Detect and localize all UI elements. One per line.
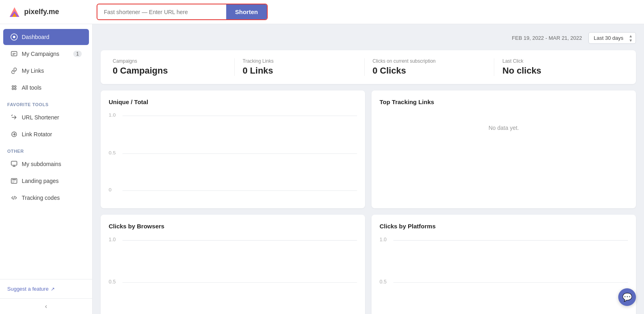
sidebar: Dashboard My Campaigns 1 My Links Al — [0, 24, 93, 314]
main-layout: Dashboard My Campaigns 1 My Links Al — [0, 24, 644, 314]
stat-links-value: 0 Links — [243, 66, 356, 76]
stat-last-click-label: Last Click — [502, 58, 616, 64]
sidebar-item-url-shortener[interactable]: URL Shortener — [3, 109, 89, 125]
svg-text:1.0: 1.0 — [109, 113, 116, 118]
svg-rect-17 — [12, 182, 14, 183]
top-links-chart-title: Top Tracking Links — [380, 99, 628, 105]
sidebar-item-dashboard[interactable]: Dashboard — [3, 29, 89, 45]
logo-text: pixelfy.me — [24, 8, 59, 16]
sidebar-item-subdomains[interactable]: My subdomains — [3, 156, 89, 172]
svg-rect-6 — [12, 53, 16, 54]
shorten-button[interactable]: Shorten — [226, 4, 267, 19]
clicks-browsers-chart-area: 1.0 0.5 — [109, 236, 357, 314]
svg-text:1.0: 1.0 — [380, 237, 387, 242]
sidebar-footer: Suggest a feature ↗ — [0, 279, 92, 298]
date-select-wrapper[interactable]: Last 30 days ▲▼ — [588, 32, 636, 44]
date-header: FEB 19, 2022 - MAR 21, 2022 Last 30 days… — [101, 32, 636, 44]
sidebar-item-subdomains-label: My subdomains — [22, 161, 61, 167]
sidebar-item-landing-pages[interactable]: Landing pages — [3, 173, 89, 189]
logo-icon — [8, 6, 21, 18]
top-links-no-data: No data yet. — [380, 112, 628, 144]
svg-text:0: 0 — [109, 187, 111, 192]
sidebar-item-tracking-codes[interactable]: Tracking codes — [3, 190, 89, 206]
svg-rect-7 — [12, 54, 14, 55]
sidebar-item-url-shortener-label: URL Shortener — [22, 114, 59, 121]
sidebar-item-tracking-codes-label: Tracking codes — [22, 195, 60, 201]
external-link-icon: ↗ — [51, 286, 55, 292]
tools-icon — [10, 84, 18, 91]
sidebar-item-dashboard-label: Dashboard — [22, 34, 50, 40]
landing-pages-icon — [10, 177, 18, 185]
sidebar-item-links-label: My Links — [22, 68, 44, 74]
logo: pixelfy.me — [8, 6, 89, 18]
sidebar-item-link-rotator[interactable]: Link Rotator — [3, 126, 89, 142]
stat-last-click: Last Click No clicks — [494, 58, 624, 76]
url-input[interactable] — [97, 6, 226, 18]
link-rotator-icon — [10, 131, 18, 138]
svg-text:1.0: 1.0 — [109, 237, 116, 242]
content-area: FEB 19, 2022 - MAR 21, 2022 Last 30 days… — [93, 24, 644, 314]
unique-total-chart-card: Unique / Total 1.0 0.5 0 12AM 3AM — [101, 90, 365, 208]
links-icon — [10, 67, 18, 74]
unique-total-chart-area: 1.0 0.5 0 12AM 3AM 6AM 9AM 12PM 3PM — [109, 112, 357, 200]
sidebar-item-landing-pages-label: Landing pages — [22, 178, 59, 184]
stats-row: Campaigns 0 Campaigns Tracking Links 0 L… — [101, 50, 636, 84]
topbar: pixelfy.me Shorten — [0, 0, 644, 24]
stat-campaigns-value: 0 Campaigns — [113, 66, 226, 76]
sidebar-nav: Dashboard My Campaigns 1 My Links Al — [0, 24, 92, 279]
stat-campaigns: Campaigns 0 Campaigns — [113, 58, 235, 76]
stat-clicks-value: 0 Clicks — [373, 66, 486, 76]
url-shortener-icon — [10, 114, 18, 121]
clicks-platforms-chart-svg: 1.0 0.5 — [380, 236, 628, 314]
stat-links: Tracking Links 0 Links — [235, 58, 365, 76]
sidebar-item-campaigns[interactable]: My Campaigns 1 — [3, 46, 89, 62]
stat-last-click-value: No clicks — [502, 66, 616, 76]
svg-point-10 — [12, 88, 14, 90]
sidebar-item-links[interactable]: My Links — [3, 63, 89, 79]
svg-rect-16 — [12, 181, 15, 182]
top-links-chart-card: Top Tracking Links No data yet. — [372, 90, 636, 208]
charts-grid: Unique / Total 1.0 0.5 0 12AM 3AM — [101, 90, 636, 314]
clicks-platforms-chart-card: Clicks by Platforms 1.0 0.5 — [372, 215, 636, 314]
tracking-codes-icon — [10, 194, 18, 201]
chat-widget[interactable]: 💬 — [618, 288, 636, 306]
svg-rect-13 — [11, 161, 17, 165]
campaigns-icon — [10, 50, 18, 57]
svg-point-4 — [13, 36, 15, 38]
svg-text:0.5: 0.5 — [380, 279, 387, 285]
other-section: OTHER — [0, 143, 92, 155]
stat-campaigns-label: Campaigns — [113, 58, 226, 64]
suggest-feature-link[interactable]: Suggest a feature ↗ — [7, 286, 85, 292]
svg-point-8 — [12, 86, 14, 87]
sidebar-collapse-button[interactable]: ‹ — [0, 298, 92, 314]
chat-widget-icon: 💬 — [622, 292, 632, 302]
sidebar-item-campaigns-label: My Campaigns — [22, 51, 59, 57]
svg-rect-15 — [12, 179, 16, 180]
svg-point-11 — [14, 88, 16, 90]
url-shortener-bar[interactable]: Shorten — [97, 4, 268, 20]
clicks-browsers-chart-svg: 1.0 0.5 — [109, 236, 357, 314]
stat-clicks-label: Clicks on current subscription — [373, 58, 486, 64]
favorite-tools-section: FAVORITE TOOLS — [0, 96, 92, 109]
date-range-text: FEB 19, 2022 - MAR 21, 2022 — [512, 35, 582, 41]
campaigns-badge: 1 — [73, 51, 82, 57]
clicks-platforms-chart-area: 1.0 0.5 — [380, 236, 628, 314]
stat-links-label: Tracking Links — [243, 58, 356, 64]
unique-total-chart-title: Unique / Total — [109, 99, 357, 105]
clicks-browsers-chart-card: Clicks by Browsers 1.0 0.5 — [101, 215, 365, 314]
svg-point-9 — [14, 86, 16, 87]
svg-text:0.5: 0.5 — [109, 150, 116, 156]
stat-clicks: Clicks on current subscription 0 Clicks — [365, 58, 495, 76]
clicks-browsers-chart-title: Clicks by Browsers — [109, 223, 357, 230]
sidebar-item-tools-label: All tools — [22, 84, 41, 91]
unique-total-chart-svg: 1.0 0.5 0 12AM 3AM 6AM 9AM 12PM 3PM — [109, 112, 357, 192]
date-range-select[interactable]: Last 30 days — [588, 32, 636, 44]
subdomains-icon — [10, 160, 18, 168]
clicks-platforms-chart-title: Clicks by Platforms — [380, 223, 628, 230]
sidebar-item-link-rotator-label: Link Rotator — [22, 131, 52, 138]
dashboard-icon — [10, 33, 18, 41]
sidebar-item-tools[interactable]: All tools — [3, 80, 89, 96]
svg-text:0.5: 0.5 — [109, 279, 116, 285]
